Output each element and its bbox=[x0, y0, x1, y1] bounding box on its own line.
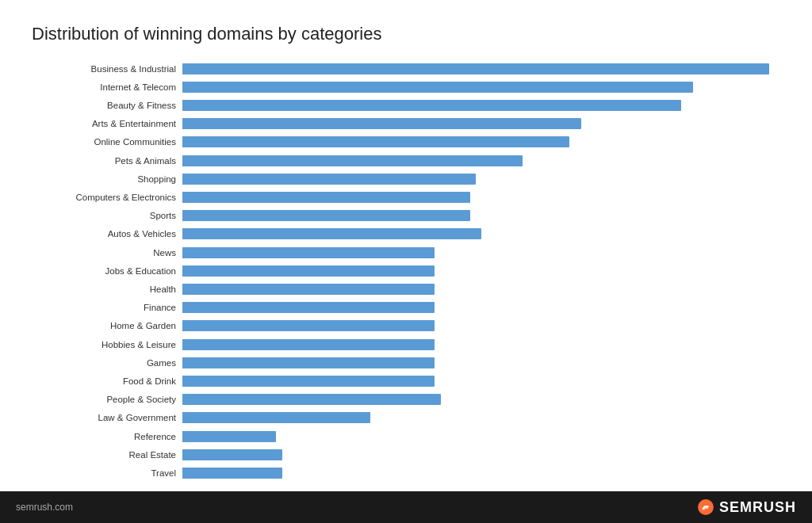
bar-container bbox=[182, 192, 780, 203]
bar-row: Internet & Telecom bbox=[32, 80, 780, 94]
footer: semrush.com SEMRUSH bbox=[0, 491, 812, 523]
bar-label: Real Estate bbox=[32, 450, 182, 460]
bar bbox=[182, 63, 769, 74]
bar bbox=[182, 155, 523, 166]
bar bbox=[182, 284, 435, 295]
bar-label: Finance bbox=[32, 303, 182, 312]
bar-label: Business & Industrial bbox=[32, 64, 182, 74]
bar-row: Reference bbox=[32, 429, 780, 444]
bar-container bbox=[182, 210, 780, 221]
semrush-brand-text: SEMRUSH bbox=[719, 499, 796, 516]
semrush-logo: SEMRUSH bbox=[697, 498, 796, 516]
bar-row: Jobs & Education bbox=[32, 264, 780, 278]
bar bbox=[182, 247, 435, 258]
bar-container bbox=[182, 155, 780, 166]
bar-container bbox=[182, 63, 780, 74]
bar-label: Online Communities bbox=[32, 137, 182, 147]
bar-label: Reference bbox=[32, 432, 182, 441]
bar-container bbox=[182, 174, 780, 185]
bar-label: Hobbies & Leisure bbox=[32, 340, 182, 349]
bar-container bbox=[182, 247, 780, 258]
bar-container bbox=[182, 284, 780, 295]
bar bbox=[182, 302, 435, 313]
bar-container bbox=[182, 302, 780, 313]
bar bbox=[182, 320, 435, 331]
bar-row: Sports bbox=[32, 208, 780, 223]
bar bbox=[182, 136, 569, 147]
bar bbox=[182, 82, 693, 93]
bar bbox=[182, 431, 276, 442]
bar-label: Autos & Vehicles bbox=[32, 229, 182, 239]
bar-row: Computers & Electronics bbox=[32, 190, 780, 204]
bar-label: Jobs & Education bbox=[32, 266, 182, 276]
semrush-icon bbox=[697, 498, 714, 516]
bar-container bbox=[182, 376, 780, 387]
bar-container bbox=[182, 412, 780, 423]
bar bbox=[182, 118, 581, 129]
bar-label: Law & Government bbox=[32, 413, 182, 422]
bar-row: Pets & Animals bbox=[32, 154, 780, 168]
bar bbox=[182, 192, 470, 203]
bar-container bbox=[182, 265, 780, 277]
bar-row: Finance bbox=[32, 300, 780, 315]
bar-row: Business & Industrial bbox=[32, 62, 780, 76]
bar bbox=[182, 174, 476, 185]
bar bbox=[182, 339, 435, 350]
bar-row: People & Society bbox=[32, 392, 780, 407]
bar-container bbox=[182, 431, 780, 442]
bar-label: Sports bbox=[32, 211, 182, 220]
bar bbox=[182, 394, 441, 405]
bar-row: Real Estate bbox=[32, 448, 780, 462]
bar bbox=[182, 449, 282, 460]
bar-label: Arts & Entertainment bbox=[32, 119, 182, 128]
bar-row: Home & Garden bbox=[32, 319, 780, 333]
bar-row: Online Communities bbox=[32, 135, 780, 149]
bar-label: News bbox=[32, 248, 182, 258]
bar-label: Internet & Telecom bbox=[32, 82, 182, 92]
bar-label: Home & Garden bbox=[32, 321, 182, 330]
bar-row: Law & Government bbox=[32, 410, 780, 425]
bar bbox=[182, 210, 470, 221]
bar-row: Games bbox=[32, 356, 780, 370]
bar-container bbox=[182, 320, 780, 331]
bar-container bbox=[182, 82, 780, 93]
footer-url: semrush.com bbox=[16, 502, 73, 513]
bar-row: News bbox=[32, 246, 780, 260]
bar-row: Food & Drink bbox=[32, 374, 780, 388]
bar-row: Autos & Vehicles bbox=[32, 227, 780, 241]
bar-container bbox=[182, 339, 780, 350]
bar-row: Shopping bbox=[32, 172, 780, 186]
bar-label: Pets & Animals bbox=[32, 156, 182, 166]
bar-container bbox=[182, 136, 780, 147]
bar bbox=[182, 468, 282, 479]
bar-container bbox=[182, 100, 780, 111]
bar-row: Beauty & Fitness bbox=[32, 98, 780, 113]
bar-container bbox=[182, 394, 780, 405]
bar-label: People & Society bbox=[32, 395, 182, 404]
bar-label: Beauty & Fitness bbox=[32, 101, 182, 110]
bar-label: Games bbox=[32, 358, 182, 368]
main-content: Distribution of winning domains by categ… bbox=[0, 0, 812, 491]
bar-row: Arts & Entertainment bbox=[32, 116, 780, 131]
bar bbox=[182, 412, 370, 423]
bar-label: Computers & Electronics bbox=[32, 193, 182, 202]
chart-area: Business & IndustrialInternet & TelecomB… bbox=[32, 60, 780, 483]
bar-label: Travel bbox=[32, 468, 182, 478]
bar-container bbox=[182, 228, 780, 239]
bar bbox=[182, 376, 435, 387]
bar-container bbox=[182, 468, 780, 479]
bar bbox=[182, 100, 681, 111]
chart-title: Distribution of winning domains by categ… bbox=[32, 24, 780, 44]
bar-container bbox=[182, 449, 780, 460]
bar-row: Health bbox=[32, 282, 780, 296]
bar-label: Shopping bbox=[32, 174, 182, 184]
bar-row: Hobbies & Leisure bbox=[32, 338, 780, 352]
bar bbox=[182, 265, 435, 277]
bar-container bbox=[182, 118, 780, 129]
bar-row: Travel bbox=[32, 466, 780, 480]
bar bbox=[182, 228, 481, 239]
bar-label: Food & Drink bbox=[32, 376, 182, 386]
bar bbox=[182, 357, 435, 368]
bar-container bbox=[182, 357, 780, 368]
bar-label: Health bbox=[32, 284, 182, 294]
